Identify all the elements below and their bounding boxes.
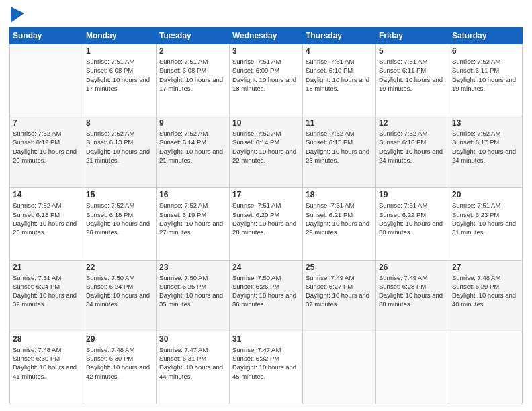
day-header-monday: Monday [83,28,157,44]
day-number: 23 [159,263,226,272]
day-number: 30 [159,334,226,344]
day-header-thursday: Thursday [303,28,376,44]
day-number: 29 [86,334,153,344]
day-info: Sunrise: 7:51 AMSunset: 6:09 PMDaylight:… [232,57,300,93]
day-info: Sunrise: 7:52 AMSunset: 6:12 PMDaylight:… [13,129,80,165]
day-number: 31 [232,334,300,344]
day-info: Sunrise: 7:51 AMSunset: 6:21 PMDaylight:… [306,201,373,236]
day-header-sunday: Sunday [10,28,83,44]
svg-marker-0 [11,7,24,23]
page: SundayMondayTuesdayWednesdayThursdayFrid… [0,0,532,411]
day-info: Sunrise: 7:51 AMSunset: 6:23 PMDaylight:… [452,201,519,236]
day-info: Sunrise: 7:52 AMSunset: 6:13 PMDaylight:… [86,129,153,165]
day-info: Sunrise: 7:52 AMSunset: 6:15 PMDaylight:… [306,129,373,165]
day-header-saturday: Saturday [449,28,523,44]
calendar-table: SundayMondayTuesdayWednesdayThursdayFrid… [9,27,523,404]
day-cell: 9Sunrise: 7:52 AMSunset: 6:14 PMDaylight… [157,116,230,188]
logo-area [9,7,24,23]
day-number: 19 [379,190,446,199]
logo-icon [11,7,24,23]
day-number: 2 [159,46,226,56]
day-number: 3 [232,46,300,56]
week-row-3: 21Sunrise: 7:51 AMSunset: 6:24 PMDayligh… [10,260,523,332]
day-number: 22 [86,263,153,272]
day-number: 26 [379,263,446,272]
day-cell: 31Sunrise: 7:47 AMSunset: 6:32 PMDayligh… [230,332,303,404]
day-info: Sunrise: 7:48 AMSunset: 6:30 PMDaylight:… [13,345,80,381]
day-header-wednesday: Wednesday [230,28,303,44]
day-cell: 2Sunrise: 7:51 AMSunset: 6:08 PMDaylight… [157,44,230,116]
day-info: Sunrise: 7:50 AMSunset: 6:25 PMDaylight:… [159,273,226,309]
day-cell: 19Sunrise: 7:51 AMSunset: 6:22 PMDayligh… [376,188,449,260]
day-number: 10 [232,118,300,128]
day-info: Sunrise: 7:47 AMSunset: 6:31 PMDaylight:… [159,345,226,381]
day-number: 13 [452,118,519,128]
day-info: Sunrise: 7:51 AMSunset: 6:10 PMDaylight:… [306,57,373,93]
day-cell: 10Sunrise: 7:52 AMSunset: 6:14 PMDayligh… [230,116,303,188]
day-cell: 4Sunrise: 7:51 AMSunset: 6:10 PMDaylight… [303,44,376,116]
day-header-row: SundayMondayTuesdayWednesdayThursdayFrid… [10,28,523,44]
day-number: 24 [232,263,300,272]
day-info: Sunrise: 7:51 AMSunset: 6:20 PMDaylight:… [232,201,300,236]
day-cell: 14Sunrise: 7:52 AMSunset: 6:18 PMDayligh… [10,188,83,260]
day-info: Sunrise: 7:52 AMSunset: 6:17 PMDaylight:… [452,129,519,165]
day-number: 6 [452,46,519,56]
day-info: Sunrise: 7:52 AMSunset: 6:11 PMDaylight:… [452,57,519,93]
logo-text [9,9,24,23]
calendar-body: 1Sunrise: 7:51 AMSunset: 6:08 PMDaylight… [10,44,523,404]
day-info: Sunrise: 7:48 AMSunset: 6:29 PMDaylight:… [452,273,519,309]
day-info: Sunrise: 7:52 AMSunset: 6:14 PMDaylight:… [232,129,300,165]
day-cell: 5Sunrise: 7:51 AMSunset: 6:11 PMDaylight… [376,44,449,116]
week-row-2: 14Sunrise: 7:52 AMSunset: 6:18 PMDayligh… [10,188,523,260]
day-cell: 16Sunrise: 7:52 AMSunset: 6:19 PMDayligh… [157,188,230,260]
week-row-4: 28Sunrise: 7:48 AMSunset: 6:30 PMDayligh… [10,332,523,404]
day-number: 8 [86,118,153,128]
day-cell: 6Sunrise: 7:52 AMSunset: 6:11 PMDaylight… [449,44,523,116]
day-header-tuesday: Tuesday [157,28,230,44]
day-number: 17 [232,190,300,199]
day-cell: 23Sunrise: 7:50 AMSunset: 6:25 PMDayligh… [157,260,230,332]
day-cell: 28Sunrise: 7:48 AMSunset: 6:30 PMDayligh… [10,332,83,404]
day-number: 18 [306,190,373,199]
day-number: 28 [13,334,80,344]
day-number: 9 [159,118,226,128]
day-info: Sunrise: 7:51 AMSunset: 6:11 PMDaylight:… [379,57,446,93]
header [9,7,523,23]
day-cell: 1Sunrise: 7:51 AMSunset: 6:08 PMDaylight… [83,44,157,116]
day-info: Sunrise: 7:52 AMSunset: 6:19 PMDaylight:… [159,201,226,236]
week-row-1: 7Sunrise: 7:52 AMSunset: 6:12 PMDaylight… [10,116,523,188]
day-info: Sunrise: 7:52 AMSunset: 6:14 PMDaylight:… [159,129,226,165]
day-cell [449,332,523,404]
day-number: 4 [306,46,373,56]
day-number: 21 [13,263,80,272]
day-number: 16 [159,190,226,199]
day-cell: 11Sunrise: 7:52 AMSunset: 6:15 PMDayligh… [303,116,376,188]
day-cell: 21Sunrise: 7:51 AMSunset: 6:24 PMDayligh… [10,260,83,332]
day-cell: 29Sunrise: 7:48 AMSunset: 6:30 PMDayligh… [83,332,157,404]
day-info: Sunrise: 7:49 AMSunset: 6:27 PMDaylight:… [306,273,373,309]
day-number: 27 [452,263,519,272]
day-cell: 22Sunrise: 7:50 AMSunset: 6:24 PMDayligh… [83,260,157,332]
day-cell [303,332,376,404]
day-cell: 8Sunrise: 7:52 AMSunset: 6:13 PMDaylight… [83,116,157,188]
day-info: Sunrise: 7:47 AMSunset: 6:32 PMDaylight:… [232,345,300,381]
day-cell: 12Sunrise: 7:52 AMSunset: 6:16 PMDayligh… [376,116,449,188]
day-cell: 27Sunrise: 7:48 AMSunset: 6:29 PMDayligh… [449,260,523,332]
day-number: 7 [13,118,80,128]
day-number: 5 [379,46,446,56]
day-info: Sunrise: 7:52 AMSunset: 6:18 PMDaylight:… [13,201,80,236]
day-cell: 30Sunrise: 7:47 AMSunset: 6:31 PMDayligh… [157,332,230,404]
day-number: 20 [452,190,519,199]
calendar-header: SundayMondayTuesdayWednesdayThursdayFrid… [10,28,523,44]
day-info: Sunrise: 7:52 AMSunset: 6:18 PMDaylight:… [86,201,153,236]
day-header-friday: Friday [376,28,449,44]
day-number: 25 [306,263,373,272]
day-number: 1 [86,46,153,56]
day-cell: 25Sunrise: 7:49 AMSunset: 6:27 PMDayligh… [303,260,376,332]
day-cell: 17Sunrise: 7:51 AMSunset: 6:20 PMDayligh… [230,188,303,260]
day-cell [376,332,449,404]
day-cell: 13Sunrise: 7:52 AMSunset: 6:17 PMDayligh… [449,116,523,188]
day-info: Sunrise: 7:48 AMSunset: 6:30 PMDaylight:… [86,345,153,381]
day-info: Sunrise: 7:49 AMSunset: 6:28 PMDaylight:… [379,273,446,309]
day-info: Sunrise: 7:51 AMSunset: 6:08 PMDaylight:… [159,57,226,93]
